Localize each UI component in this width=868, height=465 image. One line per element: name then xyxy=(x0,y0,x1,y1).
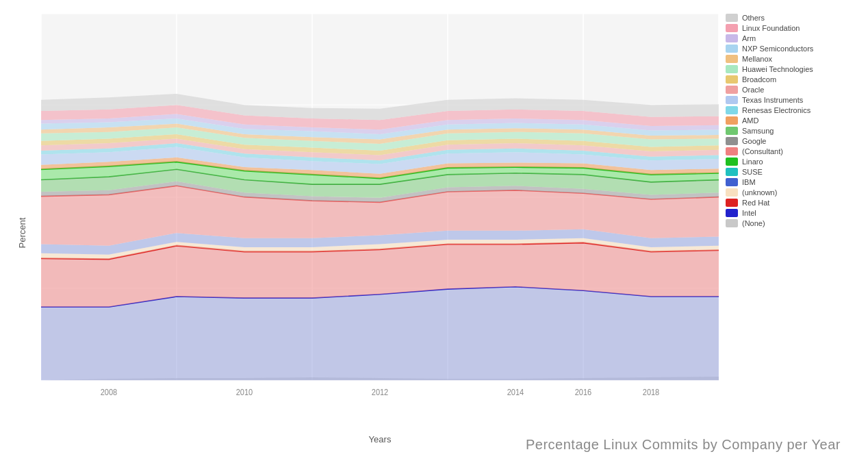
legend-label-amd: AMD xyxy=(742,116,758,125)
legend-label-samsung: Samsung xyxy=(742,127,774,135)
legend-label-nxp: NXP Semiconductors xyxy=(742,45,813,53)
legend-item-oracle: Oracle xyxy=(726,86,863,94)
legend-color-ibm xyxy=(726,178,738,186)
legend-item-google: Google xyxy=(726,137,863,145)
legend-label-google: Google xyxy=(742,137,766,145)
svg-text:2008: 2008 xyxy=(101,388,117,397)
legend-color-nxp xyxy=(726,45,738,53)
legend-item-ibm: IBM xyxy=(726,178,863,186)
chart-area: 0.00 0.25 0.50 0.75 1.00 2008 2010 2012 … xyxy=(41,14,719,418)
legend-item-suse: SUSE xyxy=(726,168,863,176)
legend-label-huawei: Huawei Technologies xyxy=(742,65,813,73)
legend-item-samsung: Samsung xyxy=(726,127,863,135)
legend-color-redhat xyxy=(726,199,738,207)
legend-color-google xyxy=(726,137,738,145)
legend-color-suse xyxy=(726,168,738,176)
legend-item-nxp: NXP Semiconductors xyxy=(726,45,863,53)
legend-item-huawei: Huawei Technologies xyxy=(726,65,863,73)
legend-label-intel: Intel xyxy=(742,209,756,217)
legend-color-texas-instruments xyxy=(726,96,738,104)
legend-color-broadcom xyxy=(726,75,738,84)
legend-item-broadcom: Broadcom xyxy=(726,75,863,84)
legend-color-arm xyxy=(726,34,738,42)
y-axis-label: Percent xyxy=(17,217,27,248)
legend-item-renesas: Renesas Electronics xyxy=(726,106,863,114)
svg-text:2010: 2010 xyxy=(236,388,253,397)
legend-item-texas-instruments: Texas Instruments xyxy=(726,96,863,104)
chart-container: Percent Years xyxy=(0,0,868,465)
legend-label-suse: SUSE xyxy=(742,168,763,176)
legend-label-others: Others xyxy=(742,14,765,22)
legend-color-linaro xyxy=(726,158,738,166)
legend-color-consultant xyxy=(726,147,738,155)
legend-color-oracle xyxy=(726,86,738,94)
legend-color-mellanox xyxy=(726,55,738,63)
legend-label-redhat: Red Hat xyxy=(742,199,769,207)
legend-label-broadcom: Broadcom xyxy=(742,75,776,84)
legend-color-unknown xyxy=(726,188,738,197)
legend-item-unknown: (unknown) xyxy=(726,188,863,197)
svg-text:2016: 2016 xyxy=(575,388,591,397)
legend-label-texas-instruments: Texas Instruments xyxy=(742,96,803,104)
legend-item-arm: Arm xyxy=(726,34,863,42)
legend-item-others: Others xyxy=(726,14,863,22)
legend-label-oracle: Oracle xyxy=(742,86,764,94)
chart-svg: 0.00 0.25 0.50 0.75 1.00 2008 2010 2012 … xyxy=(41,14,719,418)
legend-color-intel xyxy=(726,209,738,217)
legend-color-amd xyxy=(726,116,738,125)
legend-color-linux-foundation xyxy=(726,24,738,32)
legend-item-amd: AMD xyxy=(726,116,863,125)
legend-item-redhat: Red Hat xyxy=(726,199,863,207)
svg-text:2012: 2012 xyxy=(372,388,388,397)
legend-color-huawei xyxy=(726,65,738,73)
svg-text:2014: 2014 xyxy=(507,388,524,397)
legend-label-renesas: Renesas Electronics xyxy=(742,106,810,114)
legend-item-mellanox: Mellanox xyxy=(726,55,863,63)
legend-label-arm: Arm xyxy=(742,34,756,42)
chart-title: Percentage Linux Commits by Company per … xyxy=(526,437,841,453)
legend-color-renesas xyxy=(726,106,738,114)
legend: Others Linux Foundation Arm NXP Semicond… xyxy=(726,14,863,229)
legend-label-mellanox: Mellanox xyxy=(742,55,772,63)
legend-label-consultant: (Consultant) xyxy=(742,147,783,155)
legend-item-consultant: (Consultant) xyxy=(726,147,863,155)
legend-item-none: (None) xyxy=(726,219,863,227)
legend-item-linux-foundation: Linux Foundation xyxy=(726,24,863,32)
legend-label-linux-foundation: Linux Foundation xyxy=(742,24,800,32)
legend-label-linaro: Linaro xyxy=(742,158,763,166)
legend-color-samsung xyxy=(726,127,738,135)
legend-color-others xyxy=(726,14,738,22)
legend-label-ibm: IBM xyxy=(742,178,756,186)
svg-text:2018: 2018 xyxy=(643,388,659,397)
legend-label-none: (None) xyxy=(742,219,765,227)
legend-item-intel: Intel xyxy=(726,209,863,217)
legend-item-linaro: Linaro xyxy=(726,158,863,166)
legend-color-none xyxy=(726,219,738,227)
legend-label-unknown: (unknown) xyxy=(742,188,777,197)
